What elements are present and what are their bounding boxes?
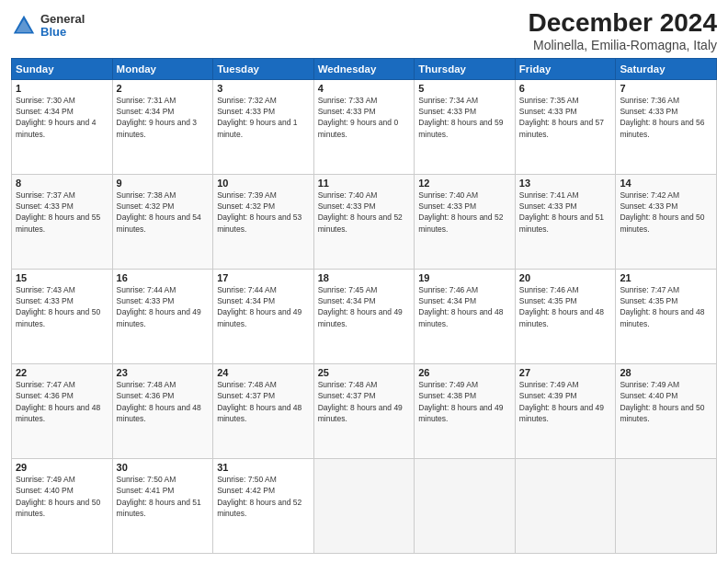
day-number: 17 xyxy=(217,272,310,283)
calendar-week-row: 8 Sunrise: 7:37 AM Sunset: 4:33 PM Dayli… xyxy=(12,174,717,269)
day-info: Sunrise: 7:42 AM Sunset: 4:33 PM Dayligh… xyxy=(620,190,712,235)
daylight-label: Daylight: 8 hours and 48 minutes. xyxy=(519,307,604,327)
sunrise-label: Sunrise: 7:30 AM xyxy=(16,96,75,105)
day-number: 26 xyxy=(418,367,511,378)
daylight-label: Daylight: 9 hours and 0 minutes. xyxy=(318,118,398,138)
daylight-label: Daylight: 8 hours and 57 minutes. xyxy=(519,118,604,138)
day-info: Sunrise: 7:40 AM Sunset: 4:33 PM Dayligh… xyxy=(418,190,511,235)
day-number: 10 xyxy=(217,178,310,189)
table-row: 27 Sunrise: 7:49 AM Sunset: 4:39 PM Dayl… xyxy=(515,363,616,458)
daylight-label: Daylight: 8 hours and 49 minutes. xyxy=(418,403,503,423)
daylight-label: Daylight: 8 hours and 49 minutes. xyxy=(519,403,604,423)
table-row: 9 Sunrise: 7:38 AM Sunset: 4:32 PM Dayli… xyxy=(112,174,213,269)
day-number: 15 xyxy=(16,272,108,283)
sunset-label: Sunset: 4:33 PM xyxy=(16,201,74,211)
col-wednesday: Wednesday xyxy=(313,58,415,79)
daylight-label: Daylight: 8 hours and 48 minutes. xyxy=(117,403,201,423)
daylight-label: Daylight: 8 hours and 51 minutes. xyxy=(117,498,201,518)
daylight-label: Daylight: 8 hours and 48 minutes. xyxy=(418,307,503,327)
day-number: 12 xyxy=(418,178,511,189)
sunrise-label: Sunrise: 7:46 AM xyxy=(519,285,579,294)
col-saturday: Saturday xyxy=(616,58,717,79)
sunset-label: Sunset: 4:33 PM xyxy=(217,107,275,116)
col-friday: Friday xyxy=(515,58,616,79)
sunrise-label: Sunrise: 7:48 AM xyxy=(117,380,176,389)
table-row: 21 Sunrise: 7:47 AM Sunset: 4:35 PM Dayl… xyxy=(616,269,717,363)
daylight-label: Daylight: 8 hours and 50 minutes. xyxy=(620,213,704,233)
daylight-label: Daylight: 8 hours and 50 minutes. xyxy=(620,403,704,423)
day-info: Sunrise: 7:35 AM Sunset: 4:33 PM Dayligh… xyxy=(519,95,612,140)
sunrise-label: Sunrise: 7:49 AM xyxy=(519,380,579,389)
day-number: 8 xyxy=(16,178,108,189)
day-info: Sunrise: 7:32 AM Sunset: 4:33 PM Dayligh… xyxy=(217,95,310,140)
day-info: Sunrise: 7:30 AM Sunset: 4:34 PM Dayligh… xyxy=(16,95,108,140)
sunset-label: Sunset: 4:32 PM xyxy=(217,201,275,211)
table-row: 25 Sunrise: 7:48 AM Sunset: 4:37 PM Dayl… xyxy=(313,363,415,458)
sunrise-label: Sunrise: 7:38 AM xyxy=(117,190,176,200)
daylight-label: Daylight: 8 hours and 52 minutes. xyxy=(318,213,403,233)
logo: General Blue xyxy=(11,13,85,40)
daylight-label: Daylight: 8 hours and 55 minutes. xyxy=(16,213,100,233)
header: General Blue December 2024 Molinella, Em… xyxy=(11,9,717,52)
day-number: 23 xyxy=(117,367,210,378)
table-row: 18 Sunrise: 7:45 AM Sunset: 4:34 PM Dayl… xyxy=(313,269,415,363)
sunset-label: Sunset: 4:35 PM xyxy=(519,296,577,305)
daylight-label: Daylight: 9 hours and 4 minutes. xyxy=(16,118,96,138)
sunset-label: Sunset: 4:33 PM xyxy=(519,107,577,116)
day-info: Sunrise: 7:40 AM Sunset: 4:33 PM Dayligh… xyxy=(318,190,411,235)
logo-icon xyxy=(11,13,37,39)
sunset-label: Sunset: 4:33 PM xyxy=(418,107,476,116)
table-row: 31 Sunrise: 7:50 AM Sunset: 4:42 PM Dayl… xyxy=(213,458,314,553)
table-row: 29 Sunrise: 7:49 AM Sunset: 4:40 PM Dayl… xyxy=(12,458,113,553)
sunset-label: Sunset: 4:34 PM xyxy=(318,296,376,305)
table-row: 11 Sunrise: 7:40 AM Sunset: 4:33 PM Dayl… xyxy=(313,174,415,269)
table-row: 7 Sunrise: 7:36 AM Sunset: 4:33 PM Dayli… xyxy=(616,79,717,174)
day-info: Sunrise: 7:44 AM Sunset: 4:33 PM Dayligh… xyxy=(117,284,210,329)
table-row: 2 Sunrise: 7:31 AM Sunset: 4:34 PM Dayli… xyxy=(112,79,213,174)
day-info: Sunrise: 7:33 AM Sunset: 4:33 PM Dayligh… xyxy=(318,95,411,140)
sunrise-label: Sunrise: 7:36 AM xyxy=(620,96,679,105)
table-row: 4 Sunrise: 7:33 AM Sunset: 4:33 PM Dayli… xyxy=(313,79,415,174)
sunset-label: Sunset: 4:36 PM xyxy=(16,391,74,400)
sunset-label: Sunset: 4:38 PM xyxy=(418,391,476,400)
sunset-label: Sunset: 4:34 PM xyxy=(16,107,74,116)
daylight-label: Daylight: 8 hours and 59 minutes. xyxy=(418,118,503,138)
sunset-label: Sunset: 4:40 PM xyxy=(620,391,677,400)
daylight-label: Daylight: 8 hours and 49 minutes. xyxy=(117,307,201,327)
day-info: Sunrise: 7:41 AM Sunset: 4:33 PM Dayligh… xyxy=(519,190,612,235)
logo-general: General xyxy=(40,13,85,26)
daylight-label: Daylight: 8 hours and 51 minutes. xyxy=(519,213,604,233)
sunset-label: Sunset: 4:33 PM xyxy=(318,201,376,211)
table-row: 16 Sunrise: 7:44 AM Sunset: 4:33 PM Dayl… xyxy=(112,269,213,363)
table-row xyxy=(616,458,717,553)
day-info: Sunrise: 7:37 AM Sunset: 4:33 PM Dayligh… xyxy=(16,190,108,235)
sunset-label: Sunset: 4:34 PM xyxy=(217,296,275,305)
sunrise-label: Sunrise: 7:34 AM xyxy=(418,96,478,105)
col-thursday: Thursday xyxy=(415,58,516,79)
table-row: 19 Sunrise: 7:46 AM Sunset: 4:34 PM Dayl… xyxy=(415,269,516,363)
day-number: 14 xyxy=(620,178,712,189)
day-number: 29 xyxy=(16,462,108,473)
daylight-label: Daylight: 8 hours and 56 minutes. xyxy=(620,118,704,138)
sunset-label: Sunset: 4:41 PM xyxy=(117,486,175,495)
sunset-label: Sunset: 4:40 PM xyxy=(16,486,74,495)
table-row: 20 Sunrise: 7:46 AM Sunset: 4:35 PM Dayl… xyxy=(515,269,616,363)
day-number: 1 xyxy=(16,83,108,94)
sunrise-label: Sunrise: 7:44 AM xyxy=(217,285,277,294)
sunrise-label: Sunrise: 7:46 AM xyxy=(418,285,478,294)
table-row: 8 Sunrise: 7:37 AM Sunset: 4:33 PM Dayli… xyxy=(12,174,113,269)
day-number: 9 xyxy=(117,178,210,189)
sunrise-label: Sunrise: 7:45 AM xyxy=(318,285,378,294)
table-row: 26 Sunrise: 7:49 AM Sunset: 4:38 PM Dayl… xyxy=(415,363,516,458)
sunset-label: Sunset: 4:33 PM xyxy=(318,107,376,116)
table-row: 3 Sunrise: 7:32 AM Sunset: 4:33 PM Dayli… xyxy=(213,79,314,174)
sunrise-label: Sunrise: 7:37 AM xyxy=(16,190,75,200)
calendar-subtitle: Molinella, Emilia-Romagna, Italy xyxy=(529,38,717,52)
sunrise-label: Sunrise: 7:31 AM xyxy=(117,96,176,105)
day-number: 27 xyxy=(519,367,612,378)
logo-blue: Blue xyxy=(40,26,85,39)
daylight-label: Daylight: 8 hours and 53 minutes. xyxy=(217,213,301,233)
sunset-label: Sunset: 4:32 PM xyxy=(117,201,175,211)
day-number: 28 xyxy=(620,367,712,378)
table-row: 28 Sunrise: 7:49 AM Sunset: 4:40 PM Dayl… xyxy=(616,363,717,458)
